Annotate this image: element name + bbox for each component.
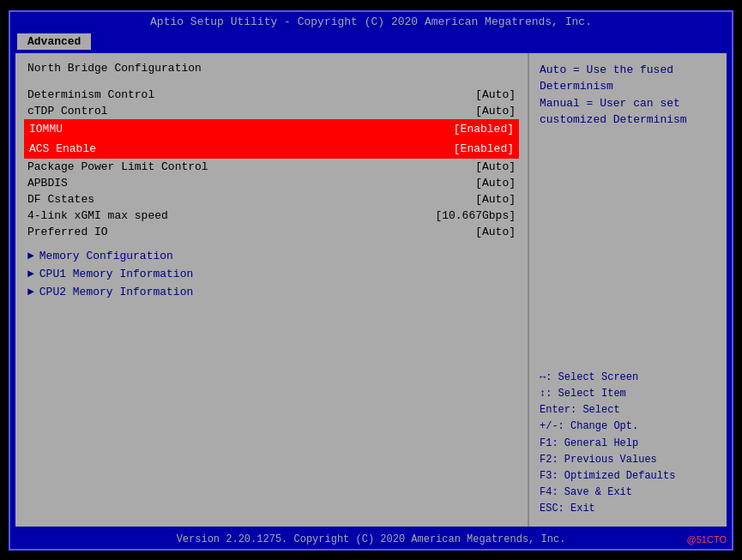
submenu-label-cpu2: CPU2 Memory Information [39,286,193,298]
key-esc: ESC: Exit [540,501,716,517]
title-text: Aptio Setup Utility - Copyright (C) 2020… [150,15,592,28]
menu-item-ctdp[interactable]: cTDP Control [Auto] [27,103,516,119]
bios-screen: Aptio Setup Utility - Copyright (C) 2020… [9,10,733,551]
key-help: ↔: Select Screen ↕: Select Item Enter: S… [540,370,716,518]
status-text: Version 2.20.1275. Copyright (C) 2020 Am… [177,533,566,545]
tab-advanced[interactable]: Advanced [17,33,91,50]
menu-item-acs[interactable]: ACS Enable [Enabled] [24,139,519,159]
key-change-opt: +/-: Change Opt. [540,418,716,435]
item-value-acs: [Enabled] [454,142,514,155]
help-text: Auto = Use the fused DeterminismManual =… [540,62,716,129]
submenu-arrow-cpu2: ► [27,286,34,298]
submenu-arrow-memory: ► [27,250,34,262]
item-label-iommu: IOMMU [29,123,63,135]
key-f4: F4: Save & Exit [540,485,716,501]
item-label-preferred-io: Preferred IO [27,226,108,238]
menu-item-determinism[interactable]: Determinism Control [Auto] [27,87,516,103]
menu-item-iommu[interactable]: IOMMU [Enabled] [24,119,519,139]
submenu-memory-config[interactable]: ► Memory Configuration [27,247,516,265]
item-value-xgmi: [10.667Gbps] [435,209,516,222]
item-value-iommu: [Enabled] [454,123,514,135]
item-label-apbdis: APBDIS [27,177,68,190]
menu-item-preferred-io[interactable]: Preferred IO [Auto] [27,224,516,240]
submenu-label-cpu1: CPU1 Memory Information [39,268,193,280]
help-text-content: Auto = Use the fused DeterminismManual =… [540,63,687,127]
item-value-ctdp: [Auto] [475,105,516,117]
status-bar: Version 2.20.1275. Copyright (C) 2020 Am… [10,530,732,549]
item-value-ppl: [Auto] [475,160,516,173]
outer-wrapper: Aptio Setup Utility - Copyright (C) 2020… [0,0,742,560]
submenu-cpu2-memory[interactable]: ► CPU2 Memory Information [27,283,516,301]
item-label-determinism: Determinism Control [27,88,154,101]
key-enter: Enter: Select [540,402,716,418]
item-label-ppl: Package Power Limit Control [27,160,208,173]
item-value-determinism: [Auto] [475,88,516,101]
title-bar: Aptio Setup Utility - Copyright (C) 2020… [10,12,732,32]
item-value-preferred-io: [Auto] [475,226,516,238]
item-label-ctdp: cTDP Control [27,105,108,117]
menu-item-ppl[interactable]: Package Power Limit Control [Auto] [27,159,516,175]
left-panel: North Bridge Configuration Determinism C… [15,53,529,527]
key-f2: F2: Previous Values [540,452,716,468]
item-value-dfcstates: [Auto] [475,193,516,206]
key-select-item: ↕: Select Item [540,386,716,402]
menu-item-dfcstates[interactable]: DF Cstates [Auto] [27,191,516,208]
item-label-dfcstates: DF Cstates [27,193,94,206]
main-content: North Bridge Configuration Determinism C… [15,53,727,527]
key-select-screen: ↔: Select Screen [540,370,716,386]
tab-bar: Advanced [10,32,732,50]
submenu-label-memory: Memory Configuration [39,250,173,262]
key-f1: F1: General Help [540,436,716,452]
watermark: @51CTO [687,534,727,545]
menu-item-apbdis[interactable]: APBDIS [Auto] [27,175,516,191]
item-label-acs: ACS Enable [29,142,96,155]
item-value-apbdis: [Auto] [475,177,516,190]
submenu-cpu1-memory[interactable]: ► CPU1 Memory Information [27,265,516,283]
menu-item-xgmi[interactable]: 4-link xGMI max speed [10.667Gbps] [27,208,516,224]
submenu-arrow-cpu1: ► [27,268,34,280]
item-label-xgmi: 4-link xGMI max speed [27,209,168,222]
right-panel: Auto = Use the fused DeterminismManual =… [529,53,727,527]
key-f3: F3: Optimized Defaults [540,468,716,485]
section-title: North Bridge Configuration [27,62,516,75]
